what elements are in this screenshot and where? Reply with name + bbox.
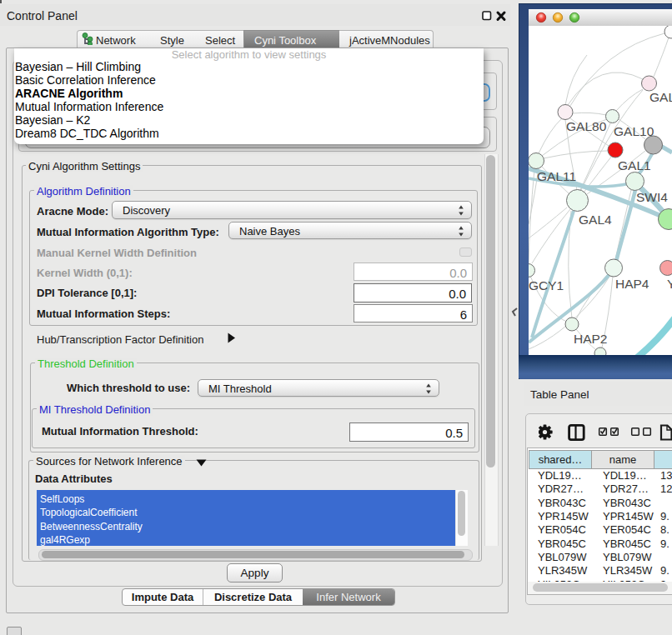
svg-text:HAP2: HAP2 (574, 332, 608, 346)
svg-text:GAL11: GAL11 (537, 169, 576, 183)
svg-text:YE: YE (667, 277, 672, 291)
svg-text:GAL4: GAL4 (579, 212, 612, 227)
svg-text:GAL2: GAL2 (649, 90, 672, 104)
svg-text:GAL1: GAL1 (618, 158, 651, 172)
svg-text:SWI4: SWI4 (636, 190, 668, 204)
svg-text:HAP4: HAP4 (615, 277, 649, 291)
svg-text:GAL10: GAL10 (614, 124, 654, 138)
svg-text:GCY1: GCY1 (529, 278, 564, 292)
svg-text:GAL80: GAL80 (566, 119, 607, 133)
